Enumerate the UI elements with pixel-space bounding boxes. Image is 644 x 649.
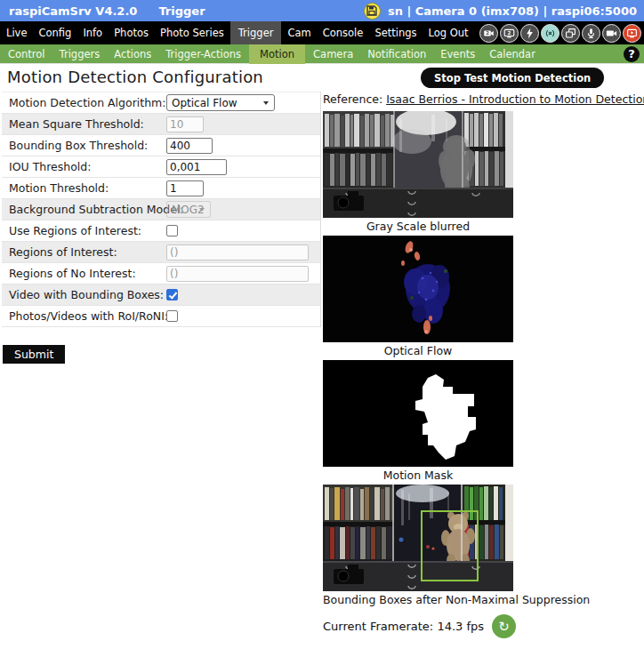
use-regions-of-interest-checkbox[interactable] bbox=[166, 225, 178, 236]
framerate-text: Current Framerate: 14.3 fps bbox=[323, 620, 484, 633]
motion-mask-image bbox=[323, 360, 513, 467]
bounding-boxes-image bbox=[323, 485, 513, 591]
caption-motion-mask: Motion Mask bbox=[323, 467, 513, 485]
nav-item-trigger[interactable]: Trigger bbox=[230, 21, 282, 44]
form-row-use-regions-of-interest: Use Regions of Interest: bbox=[2, 220, 320, 242]
page-title: Motion Detection Configuration bbox=[7, 68, 263, 86]
recording-icon[interactable] bbox=[623, 24, 641, 43]
reference-link[interactable]: Isaac Berrios - Introduction to Motion D… bbox=[386, 92, 644, 106]
algorithm-select-value: Optical Flow bbox=[172, 97, 237, 109]
subnav-item-control[interactable]: Control bbox=[2, 44, 52, 64]
nav-item-photo-series[interactable]: Photo Series bbox=[155, 21, 229, 44]
subnav-item-motion[interactable]: Motion bbox=[249, 44, 305, 64]
video-camera-2-icon[interactable]: 2 bbox=[479, 24, 498, 43]
video-camera-icon[interactable] bbox=[602, 24, 621, 43]
field-label: Mean Square Threshold: bbox=[9, 117, 166, 131]
refresh-framerate-button[interactable]: ↻ bbox=[492, 614, 516, 638]
nav-item-console[interactable]: Console bbox=[318, 21, 369, 44]
field-label: Motion Threshold: bbox=[9, 181, 166, 195]
caption-bounding-boxes: Bounding Boxes after Non-Maximal Suppres… bbox=[323, 591, 513, 609]
video-with-bounding-boxes-checkbox[interactable] bbox=[166, 289, 178, 300]
main-nav: Live Config Info Photos Photo Series Tri… bbox=[0, 21, 644, 44]
regions-of-no-interest-input bbox=[166, 266, 309, 282]
framerate-row: Current Framerate: 14.3 fps ↻ bbox=[323, 614, 641, 638]
form-row-bounding-box-threshold: Bounding Box Threshold: bbox=[2, 135, 320, 156]
photos-videos-roi-roni-checkbox[interactable] bbox=[166, 310, 178, 322]
iou-threshold-input[interactable] bbox=[166, 159, 227, 175]
chevron-down-icon bbox=[263, 101, 269, 105]
subnav-item-trigger-actions[interactable]: Trigger-Actions bbox=[159, 44, 247, 64]
nav-item-live[interactable]: Live bbox=[1, 21, 32, 44]
titlebar-right: sn | Camera 0 (imx708) | raspi06:5000 bbox=[364, 3, 637, 20]
form-row-video-with-bounding-boxes: Video with Bounding Boxes: bbox=[2, 284, 320, 306]
field-label: Video with Bounding Boxes: bbox=[9, 288, 166, 301]
field-label: Photos/Videos with RoI/RoNI: bbox=[9, 309, 166, 323]
field-label: Bounding Box Threshold: bbox=[9, 139, 166, 152]
form-row-photos-videos-roi-roni: Photos/Videos with RoI/RoNI: bbox=[2, 306, 320, 327]
submit-button[interactable]: Submit bbox=[3, 345, 65, 364]
subnav-item-actions[interactable]: Actions bbox=[108, 44, 157, 64]
nav-item-info[interactable]: Info bbox=[77, 21, 108, 44]
framerate-value: 14.3 fps bbox=[437, 620, 484, 633]
chevron-down-icon bbox=[199, 208, 205, 212]
form-row-motion-threshold: Motion Threshold: bbox=[2, 178, 320, 199]
status-text: sn | Camera 0 (imx708) | raspi06:5000 bbox=[388, 4, 637, 18]
field-label: Background Subtraction Model: bbox=[9, 203, 166, 216]
reference-label: Reference: bbox=[323, 92, 382, 106]
field-label: Regions of Interest: bbox=[9, 245, 166, 259]
preview-column: Reference: Isaac Berrios - Introduction … bbox=[323, 92, 641, 638]
form-row-background-subtraction-model: Background Subtraction Model: MOG2 bbox=[2, 199, 320, 220]
algorithm-select[interactable]: Optical Flow bbox=[166, 94, 275, 111]
field-label: Use Regions of Interest: bbox=[9, 224, 166, 237]
form-row-mean-square-threshold: Mean Square Threshold: bbox=[2, 114, 320, 135]
nav-item-photos[interactable]: Photos bbox=[109, 21, 154, 44]
form-row-algorithm: Motion Detection Algorithm: Optical Flow bbox=[2, 92, 320, 114]
subnav-item-notification[interactable]: Notification bbox=[361, 44, 432, 64]
nav-status-icons: 2 2 bbox=[479, 24, 641, 43]
flash-icon[interactable] bbox=[520, 24, 539, 43]
titlebar: raspiCamSrv V4.2.0 Trigger sn | Camera 0… bbox=[0, 0, 644, 21]
stop-test-motion-detection-button[interactable]: Stop Test Motion Detection bbox=[421, 68, 604, 88]
framerate-label: Current Framerate: bbox=[323, 620, 433, 633]
motion-detection-form: Motion Detection Algorithm: Optical Flow… bbox=[2, 92, 321, 327]
motion-active-icon[interactable] bbox=[541, 24, 559, 43]
field-label: IOU Threshold: bbox=[9, 160, 166, 173]
titlebar-page-name: Trigger bbox=[158, 4, 205, 18]
svg-text:2: 2 bbox=[486, 30, 489, 36]
refresh-icon: ↻ bbox=[498, 619, 510, 635]
mean-square-threshold-input bbox=[166, 116, 204, 132]
nav-item-logout[interactable]: Log Out bbox=[423, 21, 474, 44]
bounding-box-threshold-input[interactable] bbox=[166, 138, 213, 154]
windows-icon[interactable] bbox=[561, 24, 580, 43]
microphone-icon[interactable] bbox=[582, 24, 600, 43]
subnav-item-triggers[interactable]: Triggers bbox=[53, 44, 107, 64]
grayscale-blurred-image bbox=[323, 111, 513, 218]
nav-item-config[interactable]: Config bbox=[33, 21, 76, 44]
optical-flow-image bbox=[323, 236, 513, 342]
subnav-item-events[interactable]: Events bbox=[434, 44, 481, 64]
caption-gray-scale-blurred: Gray Scale blurred bbox=[323, 218, 513, 236]
subnav-item-calendar[interactable]: Calendar bbox=[483, 44, 542, 64]
caption-optical-flow: Optical Flow bbox=[323, 342, 513, 360]
regions-of-interest-input bbox=[166, 244, 309, 260]
nav-item-settings[interactable]: Settings bbox=[369, 21, 422, 44]
help-icon[interactable]: ? bbox=[624, 46, 640, 62]
subnav-item-camera[interactable]: Camera bbox=[307, 44, 359, 64]
sub-nav: Control Triggers Actions Trigger-Actions… bbox=[0, 44, 644, 64]
field-label: Motion Detection Algorithm: bbox=[9, 96, 166, 109]
app-title: raspiCamSrv V4.2.0 bbox=[9, 4, 137, 18]
svg-text:2: 2 bbox=[508, 30, 511, 36]
motion-threshold-input[interactable] bbox=[166, 180, 204, 196]
save-icon[interactable] bbox=[364, 3, 381, 20]
display-2-icon[interactable]: 2 bbox=[500, 24, 519, 43]
background-subtraction-model-select: MOG2 bbox=[166, 201, 211, 218]
form-row-regions-of-no-interest: Regions of No Interest: bbox=[2, 263, 320, 284]
nav-item-cam[interactable]: Cam bbox=[282, 21, 316, 44]
form-row-iou-threshold: IOU Threshold: bbox=[2, 156, 320, 178]
reference-line: Reference: Isaac Berrios - Introduction … bbox=[323, 92, 641, 106]
form-row-regions-of-interest: Regions of Interest: bbox=[2, 242, 320, 263]
field-label: Regions of No Interest: bbox=[9, 267, 166, 280]
